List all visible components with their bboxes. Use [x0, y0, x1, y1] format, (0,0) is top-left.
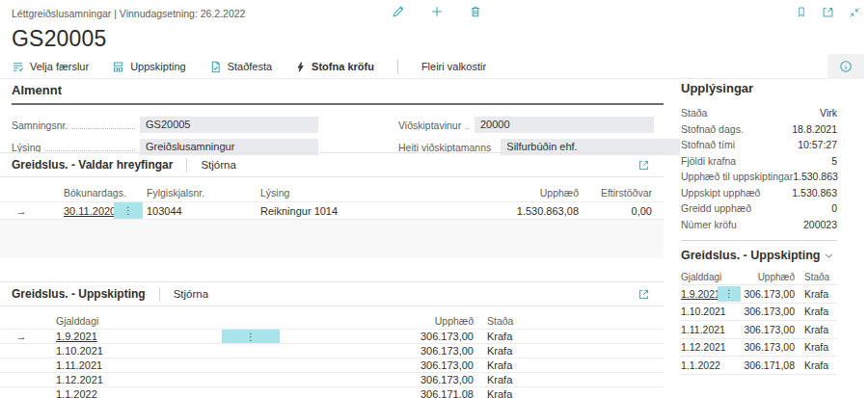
- col-stada[interactable]: Staða: [487, 315, 652, 327]
- details-panel-button[interactable]: [827, 54, 864, 79]
- field-vidskiptavinur: Viðskiptavinur 20000: [398, 117, 654, 133]
- subtable-row[interactable]: 1.1.2022 306.171,08 Krafa: [681, 357, 837, 375]
- action-fleiri-valkostir[interactable]: Fleiri valkostir: [421, 61, 486, 72]
- field-value-vidskiptavinur[interactable]: 20000: [475, 117, 654, 133]
- col-bokunardags[interactable]: Bókunardags.: [42, 187, 143, 199]
- status[interactable]: Krafa: [487, 345, 652, 357]
- action-bar: Velja færslur Uppskipting Staðfesta Stof…: [0, 55, 827, 79]
- col-eftirstodvar[interactable]: Eftirstöðvar: [579, 187, 652, 199]
- table-row[interactable]: → 30.11.2020 ⋮ 103044 Reikningur 1014 1.…: [0, 202, 664, 220]
- breadcrumb[interactable]: Léttgreiðslusamningar | Vinnudagsetning:…: [12, 8, 245, 19]
- fact-stofnad-timi: Stofnað tími 10:57:27: [681, 137, 837, 153]
- table-row[interactable]: 1.10.2021 306.173,00 Krafa: [0, 344, 664, 358]
- amount[interactable]: 306.173,00: [280, 374, 474, 385]
- posting-date-link[interactable]: 30.11.2020: [64, 205, 116, 217]
- section-split: Greidslus. - Uppskipting Stjórna Gjaldda…: [0, 281, 664, 398]
- col-upphaed[interactable]: Upphæð: [463, 187, 579, 199]
- table-row[interactable]: 1.11.2021 306.173,00 Krafa: [0, 358, 664, 373]
- section-header: Greidslus. - Uppskipting Stjórna: [0, 281, 664, 306]
- amount[interactable]: 306.171,08: [741, 359, 795, 371]
- expand-icon: [637, 288, 650, 301]
- bookmark-button[interactable]: [796, 6, 807, 18]
- due-date[interactable]: 1.1.2022: [681, 359, 718, 371]
- document-no[interactable]: 103044: [143, 205, 260, 217]
- row-menu-button[interactable]: ⋮: [718, 286, 741, 302]
- field-value-samningsnr[interactable]: GS20005: [140, 117, 318, 133]
- remaining-amount[interactable]: 0,00: [579, 205, 652, 217]
- resize-window-button[interactable]: [849, 6, 860, 18]
- open-in-new-window-button[interactable]: [822, 6, 834, 18]
- amount[interactable]: 306.171,08: [280, 388, 474, 398]
- amount[interactable]: 1.530.863,08: [463, 205, 579, 217]
- subtable-row[interactable]: 1.12.2021 306.173,00 Krafa: [681, 339, 837, 358]
- action-uppskipting[interactable]: Uppskipting: [112, 61, 185, 73]
- due-date[interactable]: 1.12.2021: [681, 341, 718, 353]
- col-stada[interactable]: Staða: [804, 272, 837, 282]
- description[interactable]: Reikningur 1014: [260, 205, 463, 217]
- due-date[interactable]: 1.10.2021: [42, 345, 222, 357]
- section-selected-entries: Greidslus. - Valdar hreyfingar Stjórna B…: [0, 152, 664, 258]
- fact-stofnad-dags: Stofnað dags. 18.8.2021: [681, 121, 837, 138]
- focus-mode-button[interactable]: [637, 159, 650, 172]
- selected-row-arrow-icon: →: [0, 331, 42, 342]
- row-menu-button[interactable]: ⋮: [114, 202, 143, 219]
- edit-button[interactable]: [392, 5, 405, 18]
- status[interactable]: Krafa: [487, 359, 652, 371]
- subtable-row[interactable]: 1.10.2021 306.173,00 Krafa: [681, 304, 837, 322]
- action-stadfesta[interactable]: Staðfesta: [209, 61, 272, 73]
- status[interactable]: Krafa: [804, 359, 837, 371]
- amount[interactable]: 306.173,00: [741, 305, 795, 317]
- record-actions: [392, 5, 482, 18]
- lightning-icon: [295, 61, 306, 73]
- col-gjalddagi[interactable]: Gjalddagi: [42, 315, 222, 327]
- section-title[interactable]: Greidslus. - Valdar hreyfingar: [12, 158, 173, 172]
- status[interactable]: Krafa: [804, 305, 837, 317]
- action-velja-faerslur[interactable]: Velja færslur: [12, 61, 89, 73]
- due-date-link[interactable]: 1.9.2021: [681, 288, 720, 300]
- amount[interactable]: 306.173,00: [741, 288, 795, 300]
- manage-button[interactable]: Stjórna: [201, 159, 235, 171]
- due-date-link[interactable]: 1.9.2021: [56, 331, 97, 342]
- status[interactable]: Krafa: [487, 331, 652, 342]
- col-fylgiskjalsnr[interactable]: Fylgiskjalsnr.: [143, 187, 260, 199]
- table-row[interactable]: 1.1.2022 306.171,08 Krafa: [0, 387, 664, 398]
- status[interactable]: Krafa: [804, 341, 837, 353]
- amount[interactable]: 306.173,00: [280, 345, 474, 357]
- col-upphaed[interactable]: Upphæð: [280, 315, 474, 327]
- col-lysing[interactable]: Lýsing: [260, 187, 463, 199]
- col-upphaed[interactable]: Upphæð: [741, 272, 795, 282]
- due-date[interactable]: 1.1.2022: [42, 388, 222, 398]
- due-date[interactable]: 1.11.2021: [42, 359, 222, 371]
- manage-button[interactable]: Stjórna: [174, 288, 208, 300]
- table-row[interactable]: → 1.9.2021 ⋮ 306.173,00 Krafa: [0, 330, 664, 344]
- amount[interactable]: 306.173,00: [280, 359, 474, 371]
- section-general-heading[interactable]: Almennt: [12, 83, 664, 105]
- due-date[interactable]: 1.10.2021: [681, 305, 718, 317]
- row-menu-button[interactable]: ⋮: [222, 330, 280, 343]
- amount[interactable]: 306.173,00: [741, 324, 795, 335]
- due-date[interactable]: 1.12.2021: [42, 374, 222, 385]
- due-date[interactable]: 1.11.2021: [681, 324, 718, 335]
- status[interactable]: Krafa: [487, 374, 652, 385]
- amount[interactable]: 306.173,00: [280, 331, 474, 342]
- factbox-divider: [681, 240, 837, 241]
- subtable-row[interactable]: 1.9.2021 ⋮ 306.173,00 Krafa: [681, 285, 837, 304]
- section-general: Almennt Samningsnr. GS20005 Lýsing Greið…: [12, 83, 664, 155]
- col-gjalddagi[interactable]: Gjalddagi: [681, 272, 718, 282]
- factbox-subtable-heading[interactable]: Greidslus. - Uppskipting: [681, 249, 837, 262]
- fact-upphaed-til-uppskiptingar: Upphæð til uppskiptingar 1.530.863: [681, 169, 837, 185]
- factbox-heading: Upplýsingar: [681, 81, 837, 95]
- plus-icon: [430, 5, 444, 18]
- new-button[interactable]: [430, 5, 444, 18]
- focus-mode-button[interactable]: [637, 288, 650, 301]
- action-stofna-krofu[interactable]: Stofna kröfu: [295, 61, 374, 73]
- fact-stada: Staða Virk: [681, 105, 837, 121]
- table-row[interactable]: 1.12.2021 306.173,00 Krafa: [0, 373, 664, 387]
- status[interactable]: Krafa: [804, 324, 837, 335]
- section-title[interactable]: Greidslus. - Uppskipting: [12, 287, 146, 301]
- delete-button[interactable]: [469, 5, 482, 18]
- amount[interactable]: 306.173,00: [741, 341, 795, 353]
- subtable-row[interactable]: 1.11.2021 306.173,00 Krafa: [681, 321, 837, 339]
- status[interactable]: Krafa: [487, 388, 652, 398]
- status[interactable]: Krafa: [804, 288, 837, 300]
